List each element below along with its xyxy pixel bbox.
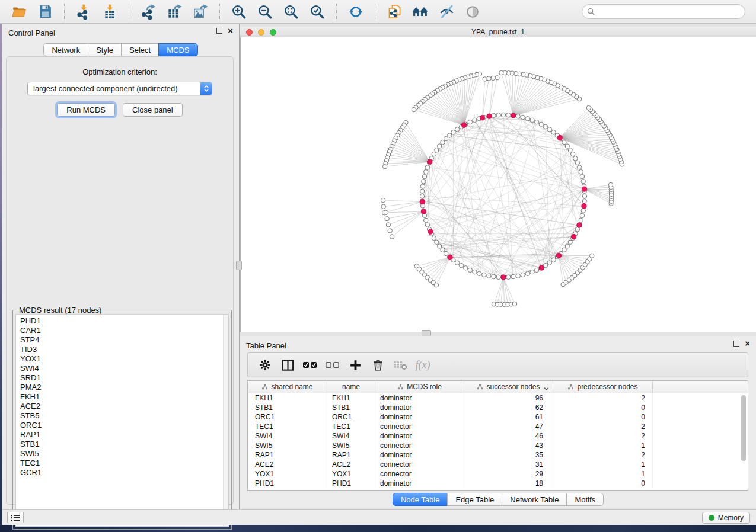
horizontal-splitter-grip[interactable] [422, 330, 431, 336]
table-row[interactable]: ORC1ORC1dominator610 [248, 412, 748, 422]
mcds-result-item[interactable]: SRD1 [20, 373, 228, 383]
select-all-icon[interactable] [300, 356, 320, 374]
mcds-result-item[interactable]: PHD1 [20, 316, 228, 326]
memory-button[interactable]: Memory [702, 512, 750, 524]
table-cell: 0 [553, 479, 653, 488]
tab-select[interactable]: Select [121, 43, 159, 56]
mcds-result-item[interactable]: SWI5 [20, 449, 228, 459]
delete-column-trash-icon[interactable] [368, 356, 388, 374]
table-panel: Table Panel × [240, 336, 756, 508]
window-minimize-icon[interactable] [258, 29, 264, 36]
vertical-splitter-grip[interactable] [236, 261, 242, 270]
table-row[interactable]: TEC1TEC1connector472 [248, 422, 748, 431]
column-header-mcds-role[interactable]: MCDS role [375, 381, 464, 393]
network-graph [241, 37, 756, 332]
close-table-panel-icon[interactable]: × [745, 341, 750, 347]
refresh-icon[interactable] [347, 3, 365, 21]
column-label: shared name [271, 383, 312, 391]
clone-network-icon[interactable] [385, 3, 403, 21]
show-hidden-eye-icon[interactable] [464, 3, 481, 21]
mcds-result-item[interactable]: PMA2 [20, 383, 228, 392]
float-panel-icon[interactable] [216, 28, 222, 34]
table-row[interactable]: RAP1RAP1dominator352 [248, 450, 748, 460]
sort-chevron-icon[interactable] [544, 384, 549, 393]
table-row[interactable]: SWI4SWI4dominator462 [248, 431, 748, 441]
hide-selected-eye-icon[interactable] [438, 3, 455, 21]
mcds-result-item[interactable]: RAP1 [20, 430, 228, 440]
window-maximize-icon[interactable] [270, 29, 276, 36]
table-row[interactable]: SWI5SWI5connector431 [248, 441, 748, 450]
add-column-icon[interactable] [345, 356, 365, 374]
column-header-filler [653, 381, 748, 393]
search-input[interactable] [598, 8, 740, 16]
mcds-result-item[interactable]: CAR1 [20, 326, 228, 335]
column-header-successor-nodes[interactable]: successor nodes [464, 381, 553, 393]
mcds-result-item[interactable]: ACE2 [20, 402, 228, 411]
network-canvas[interactable] [240, 37, 756, 332]
zoom-out-icon[interactable] [256, 3, 274, 21]
table-scrollbar-thumb[interactable] [741, 395, 746, 461]
horizontal-splitter[interactable] [240, 332, 756, 336]
mcds-result-item[interactable]: STB5 [20, 411, 228, 421]
zoom-selected-icon[interactable] [308, 3, 326, 21]
table-row[interactable]: FKH1FKH1dominator962 [248, 393, 748, 403]
import-table-icon[interactable] [101, 3, 119, 21]
close-panel-button[interactable]: Close panel [123, 103, 183, 117]
column-header-predecessor-nodes[interactable]: predecessor nodes [553, 381, 653, 393]
import-network-icon[interactable] [75, 3, 92, 21]
save-session-icon[interactable] [36, 3, 54, 21]
mcds-result-item[interactable]: TID3 [20, 345, 228, 354]
table-cell: 2 [553, 422, 653, 431]
tab-edge-table[interactable]: Edge Table [447, 493, 502, 506]
mcds-result-item[interactable]: STP4 [20, 335, 228, 345]
table-cell: 61 [464, 412, 553, 422]
function-builder-icon-disabled: f(x) [413, 356, 433, 374]
mcds-result-item[interactable]: ORC1 [20, 421, 228, 430]
export-network-icon[interactable] [139, 3, 157, 21]
mcds-result-item[interactable]: FKH1 [20, 392, 228, 402]
optimization-criterion-label: Optimization criterion: [7, 68, 233, 76]
mcds-result-item[interactable]: YOX1 [20, 354, 228, 364]
mcds-result-item[interactable]: TEC1 [20, 459, 228, 468]
zoom-fit-icon[interactable] [282, 3, 300, 21]
column-header-name[interactable]: name [327, 381, 375, 393]
task-history-button[interactable] [7, 512, 24, 523]
table-options-gear-icon[interactable] [255, 356, 275, 374]
deselect-all-icon[interactable] [323, 356, 343, 374]
mcds-result-scrollbar[interactable] [223, 315, 228, 526]
tab-network[interactable]: Network [43, 43, 88, 56]
table-row[interactable]: PHD1PHD1dominator180 [248, 479, 748, 488]
table-cell: 47 [464, 422, 553, 431]
table-cell: PHD1 [248, 479, 327, 488]
tab-mcds[interactable]: MCDS [158, 43, 197, 56]
table-cell: YOX1 [248, 469, 327, 479]
cytoscape-app: Control Panel × Network Style Select MCD… [0, 0, 756, 525]
criterion-dropdown[interactable]: largest connected component (undirected) [27, 82, 212, 95]
zoom-in-icon[interactable] [230, 3, 248, 21]
network-window-titlebar[interactable]: YPA_prune.txt_1 [240, 27, 756, 37]
window-close-icon[interactable] [246, 29, 253, 36]
export-image-icon[interactable] [192, 3, 209, 21]
table-row[interactable]: STB1STB1dominator620 [248, 403, 748, 412]
float-table-panel-icon[interactable] [733, 341, 739, 347]
table-cell: YOX1 [327, 469, 375, 479]
table-cell [653, 469, 748, 479]
tab-motifs[interactable]: Motifs [566, 493, 604, 506]
column-header-shared-name[interactable]: shared name [248, 381, 327, 393]
table-row[interactable]: ACE2ACE2connector311 [248, 460, 748, 469]
houses-icon[interactable] [412, 3, 429, 21]
table-row[interactable]: YOX1YOX1connector291 [248, 469, 748, 479]
open-session-icon[interactable] [10, 3, 28, 21]
show-column-panel-icon[interactable] [277, 356, 298, 374]
run-mcds-button[interactable]: Run MCDS [57, 103, 115, 117]
table-cell [653, 479, 748, 488]
tab-node-table[interactable]: Node Table [393, 493, 448, 506]
mcds-result-item[interactable]: STB1 [20, 440, 228, 449]
tab-network-table[interactable]: Network Table [502, 493, 567, 506]
table-cell: 46 [464, 431, 553, 441]
export-table-icon[interactable] [165, 3, 183, 21]
close-panel-icon[interactable]: × [228, 28, 233, 34]
tab-style[interactable]: Style [88, 43, 122, 56]
mcds-result-item[interactable]: GCR1 [20, 468, 228, 477]
mcds-result-item[interactable]: SWI4 [20, 364, 228, 373]
